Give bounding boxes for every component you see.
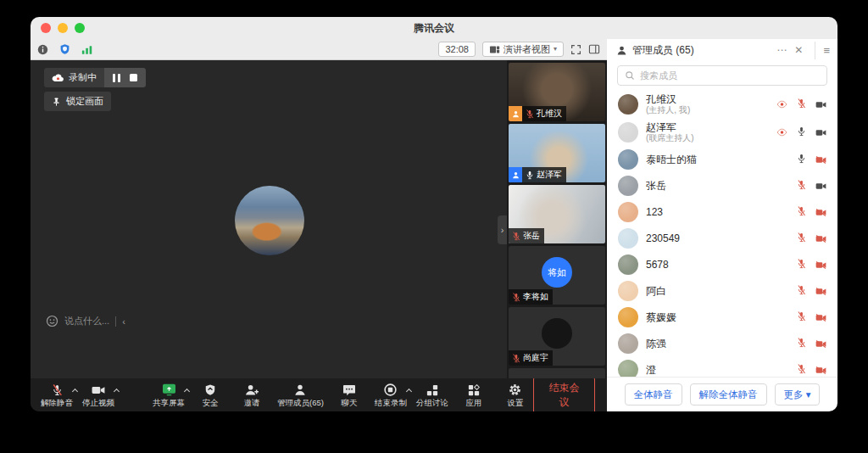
- member-row-陈强[interactable]: 陈强: [607, 330, 837, 356]
- control-share[interactable]: 共享屏幕: [151, 383, 186, 407]
- member-row-阿白[interactable]: 阿白: [607, 277, 837, 304]
- more-dropdown-button[interactable]: 更多 ▾: [775, 383, 821, 405]
- control-label: 结束录制: [375, 399, 407, 407]
- chevron-up-icon[interactable]: [72, 388, 78, 394]
- video-tile-张岳[interactable]: 张岳: [509, 185, 605, 243]
- member-mic-toggle[interactable]: [797, 231, 806, 246]
- mic-icon: [512, 354, 520, 363]
- member-mic-toggle[interactable]: [797, 125, 806, 140]
- stop-recording-button[interactable]: [130, 74, 137, 81]
- member-row-张岳[interactable]: 张岳: [607, 172, 837, 199]
- screen: 腾讯会议 32:08 演讲者视图: [0, 0, 868, 453]
- member-row-澄[interactable]: 澄: [607, 356, 837, 377]
- emoji-icon: [46, 315, 58, 327]
- member-camera-toggle[interactable]: [815, 231, 826, 246]
- member-mic-toggle[interactable]: [797, 152, 806, 167]
- invite-icon: [245, 383, 259, 396]
- lock-view-button[interactable]: 锁定画面: [44, 92, 111, 111]
- member-camera-toggle[interactable]: [815, 152, 826, 167]
- member-avatar: [618, 228, 638, 249]
- member-camera-toggle[interactable]: [815, 125, 826, 140]
- control-apps[interactable]: 应用: [456, 383, 492, 407]
- member-mic-toggle[interactable]: [797, 336, 806, 351]
- member-row-孔维汉[interactable]: 孔维汉(主持人, 我): [607, 90, 837, 118]
- zoom-window-button[interactable]: [75, 23, 85, 33]
- control-shield[interactable]: 安全: [192, 383, 228, 407]
- end-meeting-button[interactable]: 结束会议: [533, 376, 595, 412]
- control-members[interactable]: 管理成员(65): [275, 383, 326, 407]
- control-bar: 解除静音停止视频共享屏幕安全邀请管理成员(65)聊天结束录制分组讨论应用设置 结…: [31, 378, 607, 411]
- meeting-info-icon[interactable]: [37, 44, 48, 55]
- control-mic-off[interactable]: 解除静音: [39, 383, 75, 407]
- panel-close-icon[interactable]: ✕: [794, 44, 803, 56]
- control-camera[interactable]: 停止视频: [81, 383, 116, 407]
- member-camera-toggle[interactable]: [815, 204, 826, 220]
- member-row-5678[interactable]: 5678: [607, 251, 837, 277]
- control-chat[interactable]: 聊天: [331, 383, 367, 407]
- chevron-up-icon[interactable]: [406, 388, 412, 394]
- host-badge-icon: [509, 106, 522, 121]
- member-mic-toggle[interactable]: [797, 204, 806, 220]
- member-search-input[interactable]: 搜索成员: [617, 65, 827, 86]
- quick-chat-input[interactable]: 说点什么... ‹: [46, 315, 125, 327]
- member-list: 孔维汉(主持人, 我)赵泽军(联席主持人)泰晤士的猫张岳123230549567…: [607, 89, 837, 377]
- video-tile-孔维汉[interactable]: 孔维汉: [509, 63, 605, 121]
- member-name: 蔡媛媛: [646, 311, 789, 323]
- control-invite[interactable]: 邀请: [234, 383, 270, 407]
- video-tile-李将如[interactable]: 将如李将如: [509, 246, 605, 305]
- mute-all-button[interactable]: 全体静音: [625, 383, 682, 405]
- member-camera-toggle[interactable]: [815, 257, 826, 272]
- camera-icon: [815, 182, 826, 190]
- control-record[interactable]: 结束录制: [373, 383, 409, 407]
- collapse-chat-icon[interactable]: ‹: [122, 316, 125, 327]
- member-name: 123: [646, 206, 789, 218]
- member-camera-toggle[interactable]: [815, 283, 826, 299]
- member-row-赵泽军[interactable]: 赵泽军(联席主持人): [607, 118, 837, 146]
- unmute-all-button[interactable]: 解除全体静音: [690, 383, 767, 405]
- traffic-lights: [41, 23, 85, 33]
- panel-more-icon[interactable]: ⋯: [776, 44, 787, 56]
- security-shield-icon[interactable]: [59, 43, 70, 55]
- video-tile-尚庭宇[interactable]: 尚庭宇: [509, 307, 605, 366]
- member-mic-toggle[interactable]: [797, 257, 806, 272]
- member-camera-toggle[interactable]: [815, 178, 826, 193]
- chat-placeholder: 说点什么...: [64, 315, 109, 327]
- member-name: 澄: [646, 364, 789, 376]
- camera-icon: [815, 340, 826, 348]
- watching-eye-icon: [776, 128, 787, 137]
- collapse-strip-handle[interactable]: ›: [498, 215, 507, 244]
- close-window-button[interactable]: [41, 23, 51, 33]
- member-row-123[interactable]: 123: [607, 199, 837, 225]
- pin-icon: [52, 97, 61, 107]
- member-camera-toggle[interactable]: [815, 97, 826, 112]
- member-mic-toggle[interactable]: [797, 178, 806, 193]
- member-camera-toggle[interactable]: [815, 336, 826, 351]
- member-camera-toggle[interactable]: [815, 310, 826, 325]
- member-mic-toggle[interactable]: [797, 97, 806, 112]
- view-mode-dropdown[interactable]: 演讲者视图 ▾: [482, 42, 564, 57]
- network-signal-icon[interactable]: [81, 45, 93, 54]
- pause-recording-button[interactable]: [113, 74, 120, 82]
- member-row-蔡媛媛[interactable]: 蔡媛媛: [607, 304, 837, 330]
- cloud-recording-icon: [52, 73, 64, 82]
- panel-menu-icon[interactable]: ≡: [815, 42, 837, 59]
- video-tile-赵泽军[interactable]: 赵泽军: [509, 124, 605, 182]
- mic-icon: [797, 364, 806, 374]
- member-mic-toggle[interactable]: [797, 362, 806, 378]
- member-camera-toggle[interactable]: [815, 362, 826, 378]
- control-gear[interactable]: 设置: [498, 383, 533, 407]
- control-breakout[interactable]: 分组讨论: [415, 383, 450, 407]
- member-row-泰晤士的猫[interactable]: 泰晤士的猫: [607, 146, 837, 172]
- side-panel-toggle-icon[interactable]: [588, 44, 600, 54]
- chevron-up-icon[interactable]: [184, 388, 190, 394]
- chevron-up-icon[interactable]: [114, 388, 120, 394]
- minimize-window-button[interactable]: [58, 23, 68, 33]
- member-row-230549[interactable]: 230549: [607, 225, 837, 251]
- fullscreen-icon[interactable]: [570, 44, 581, 55]
- mic-icon: [512, 293, 520, 302]
- member-mic-toggle[interactable]: [797, 310, 806, 325]
- member-mic-toggle[interactable]: [797, 283, 806, 299]
- control-label: 管理成员(65): [277, 399, 324, 407]
- video-tile-partial: [509, 368, 605, 378]
- members-panel-header: 管理成员 (65) ⋯ ✕ ≡: [607, 39, 837, 61]
